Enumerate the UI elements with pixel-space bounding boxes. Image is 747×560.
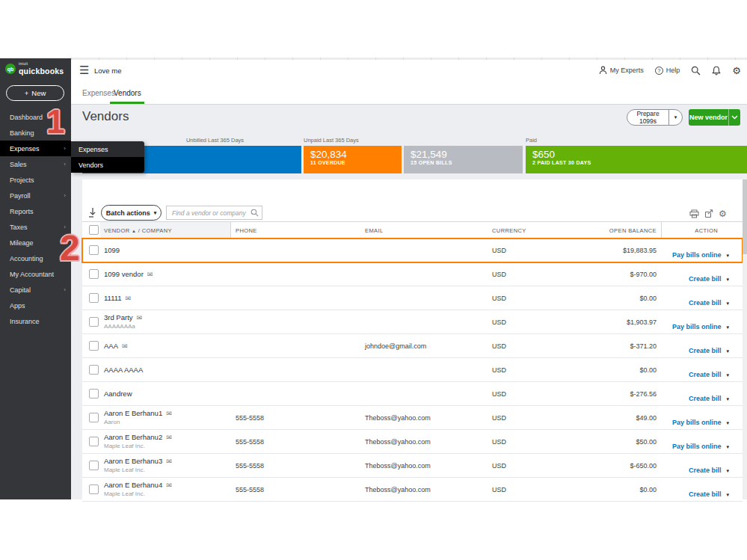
plus-icon: + <box>25 89 29 97</box>
vendor-name: 11111 <box>104 294 122 302</box>
sidebar-item-my-accountant[interactable]: My Accountant › <box>0 266 71 282</box>
row-checkbox[interactable] <box>89 245 99 255</box>
vendor-phone: 555-5558 <box>236 438 264 446</box>
table-row[interactable]: AAAA AAAA✉ USD $0.00 Create bill▾ <box>82 358 743 382</box>
sidebar-item-capital[interactable]: Capital › <box>0 282 71 298</box>
row-checkbox[interactable] <box>89 317 99 327</box>
new-vendor-button[interactable]: New vendor <box>689 109 740 126</box>
row-checkbox[interactable] <box>89 413 99 422</box>
vendor-open-balance: $50.00 <box>636 438 657 446</box>
new-button[interactable]: + New <box>6 85 64 101</box>
table-row[interactable]: Aaron E Berhanu1✉ Aaron 555-5558 Theboss… <box>82 406 743 430</box>
column-header-phone[interactable]: PHONE <box>236 227 257 234</box>
column-header-open-balance[interactable]: OPEN BALANCE <box>609 227 657 234</box>
row-action-link[interactable]: Create bill <box>689 347 722 354</box>
row-action-link[interactable]: Pay bills online <box>672 443 722 450</box>
money-bar-paid[interactable]: $650 2 PAID LAST 30 DAYS <box>526 146 747 173</box>
table-row[interactable]: Aaron E Berhanu4✉ Maple Leaf Inc. 555-55… <box>82 478 743 502</box>
vendor-name: Aaron E Berhanu3 <box>104 457 162 465</box>
email-envelope-icon: ✉ <box>166 458 172 465</box>
flyout-item-expenses[interactable]: Expenses <box>71 141 144 157</box>
sidebar-item-insurance[interactable]: Insurance › <box>0 313 71 329</box>
sidebar-item-sales[interactable]: Sales › <box>0 156 71 172</box>
table-row[interactable]: 11111✉ USD $0.00 Create bill▾ <box>82 286 743 310</box>
table-settings-gear-icon[interactable]: ⚙ <box>719 209 727 218</box>
search-icon[interactable] <box>250 209 259 217</box>
sidebar-item-projects[interactable]: Projects › <box>0 172 71 188</box>
chevron-right-icon: › <box>64 192 66 199</box>
column-header-vendor[interactable]: VENDOR ▲ / COMPANY <box>104 227 172 234</box>
quickbooks-logo[interactable]: qb intuit quickbooks <box>5 63 64 75</box>
table-row[interactable]: Aandrew✉ USD $-276.56 Create bill▾ <box>82 382 743 406</box>
vendor-company: Maple Leaf Inc. <box>104 467 145 473</box>
row-checkbox[interactable] <box>89 484 99 494</box>
row-action-link[interactable]: Create bill <box>689 490 722 498</box>
scrollbar-thumb[interactable] <box>743 179 747 254</box>
row-action-caret-icon[interactable]: ▾ <box>726 492 729 497</box>
row-checkbox[interactable] <box>89 389 99 399</box>
column-header-email[interactable]: EMAIL <box>365 227 384 234</box>
row-checkbox[interactable] <box>89 365 99 375</box>
row-action-caret-icon[interactable]: ▾ <box>726 324 729 330</box>
column-header-action[interactable]: ACTION <box>695 227 718 234</box>
select-all-checkbox[interactable] <box>89 225 99 235</box>
batch-actions-button[interactable]: Batch actions ▾ <box>101 205 162 221</box>
unpaid-label: Unpaid Last 365 Days <box>304 137 359 144</box>
row-action-caret-icon[interactable]: ▾ <box>726 396 729 401</box>
row-action-caret-icon[interactable]: ▾ <box>726 253 729 258</box>
row-action-caret-icon[interactable]: ▾ <box>726 301 729 306</box>
row-checkbox[interactable] <box>89 293 99 303</box>
table-row[interactable]: 1099 vendor✉ USD $-970.00 Create bill▾ <box>82 262 743 286</box>
table-row[interactable]: Aaron E Berhanu3✉ Maple Leaf Inc. 555-55… <box>82 454 743 478</box>
row-action-link[interactable]: Pay bills online <box>672 323 722 330</box>
row-action-link[interactable]: Create bill <box>689 395 722 402</box>
vendor-open-balance: $0.00 <box>639 366 657 374</box>
row-action-caret-icon[interactable]: ▾ <box>726 372 729 378</box>
prepare-1099s-dropdown-caret[interactable]: ▾ <box>668 110 682 125</box>
hamburger-menu-icon[interactable]: ☰ <box>79 64 89 77</box>
row-action-link[interactable]: Create bill <box>689 371 722 378</box>
row-action-link[interactable]: Create bill <box>689 275 722 283</box>
column-header-currency[interactable]: CURRENCY <box>492 227 526 234</box>
my-experts-button[interactable]: My Experts <box>599 66 644 75</box>
row-checkbox[interactable] <box>89 437 99 446</box>
row-action-caret-icon[interactable]: ▾ <box>726 468 729 473</box>
sidebar-item-reports[interactable]: Reports › <box>0 203 71 219</box>
print-icon[interactable] <box>689 209 699 218</box>
row-action-link[interactable]: Pay bills online <box>672 419 722 426</box>
table-row[interactable]: 3rd Party✉ AAAAAAAa USD $1,903.97 Pay bi… <box>82 310 743 334</box>
flyout-item-vendors[interactable]: Vendors <box>71 157 144 173</box>
row-checkbox[interactable] <box>89 269 99 279</box>
row-action-link[interactable]: Pay bills online <box>672 251 722 259</box>
export-list-icon[interactable] <box>88 207 97 218</box>
row-action-caret-icon[interactable]: ▾ <box>726 348 729 354</box>
export-icon[interactable] <box>704 209 713 218</box>
email-envelope-icon: ✉ <box>147 271 153 278</box>
table-row[interactable]: 1099✉ USD $19,883.95 Pay bills online▾ <box>82 239 743 262</box>
table-row[interactable]: AAA✉ johndoe@gmail.com USD $-371.20 Crea… <box>82 334 743 358</box>
notifications-bell-icon[interactable] <box>712 66 721 76</box>
row-action-link[interactable]: Create bill <box>689 467 722 474</box>
row-action-link[interactable]: Create bill <box>689 299 722 307</box>
vendor-search-input[interactable] <box>172 209 250 217</box>
new-vendor-dropdown-caret[interactable] <box>728 109 740 126</box>
sidebar-item-apps[interactable]: Apps › <box>0 298 71 313</box>
row-checkbox[interactable] <box>89 341 99 351</box>
row-action-caret-icon[interactable]: ▾ <box>726 277 729 282</box>
vendor-name: Aandrew <box>104 390 132 398</box>
search-icon[interactable] <box>691 66 701 76</box>
sidebar-item-expenses[interactable]: Expenses › <box>0 141 71 156</box>
vendor-email: Theboss@yahoo.com <box>365 414 431 422</box>
sidebar-item-payroll[interactable]: Payroll › <box>0 188 71 203</box>
vendor-name: 1099 <box>104 246 120 254</box>
vertical-scrollbar[interactable] <box>743 176 747 499</box>
row-action-caret-icon[interactable]: ▾ <box>726 444 729 449</box>
row-checkbox[interactable] <box>89 461 99 470</box>
row-action-caret-icon[interactable]: ▾ <box>726 420 729 425</box>
table-row[interactable]: Aaron E Berhanu2✉ Maple Leaf Inc. 555-55… <box>82 430 743 454</box>
money-bar-open-bills[interactable]: $21,549 15 OPEN BILLS <box>404 146 523 173</box>
help-button[interactable]: ? Help <box>655 67 680 75</box>
prepare-1099s-button[interactable]: Prepare 1099s ▾ <box>627 109 683 126</box>
money-bar-overdue[interactable]: $20,834 11 OVERDUE <box>304 146 402 173</box>
settings-gear-icon[interactable]: ⚙ <box>732 66 741 76</box>
